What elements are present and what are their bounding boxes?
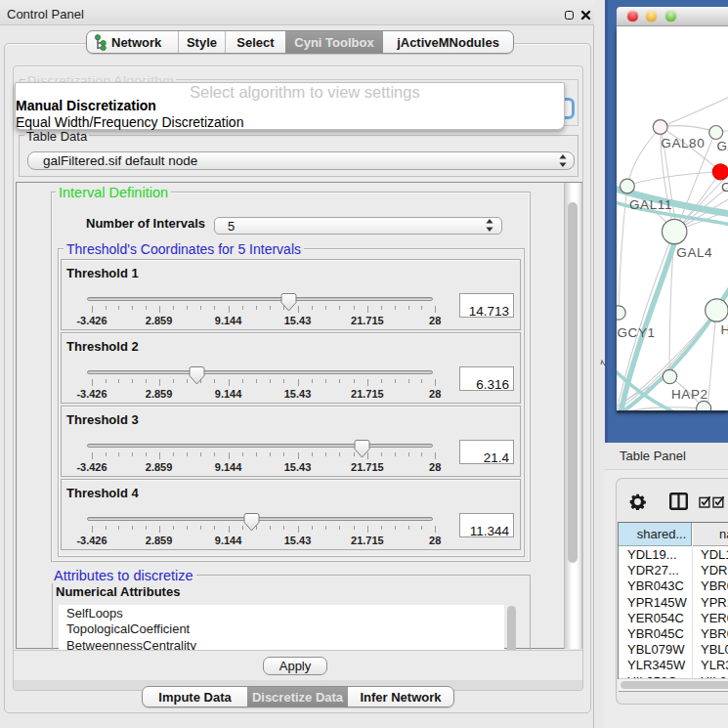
svg-text:GAL4: GAL4 — [676, 245, 712, 260]
svg-text:GAL: GAL — [717, 139, 728, 153]
svg-text:GCY1: GCY1 — [618, 325, 656, 340]
svg-text:CD: CD — [721, 180, 728, 194]
svg-text:GAL11: GAL11 — [629, 197, 672, 212]
svg-text:GAL80: GAL80 — [661, 136, 705, 150]
svg-text:HAP2: HAP2 — [671, 387, 708, 402]
svg-text:HS: HS — [721, 322, 728, 337]
